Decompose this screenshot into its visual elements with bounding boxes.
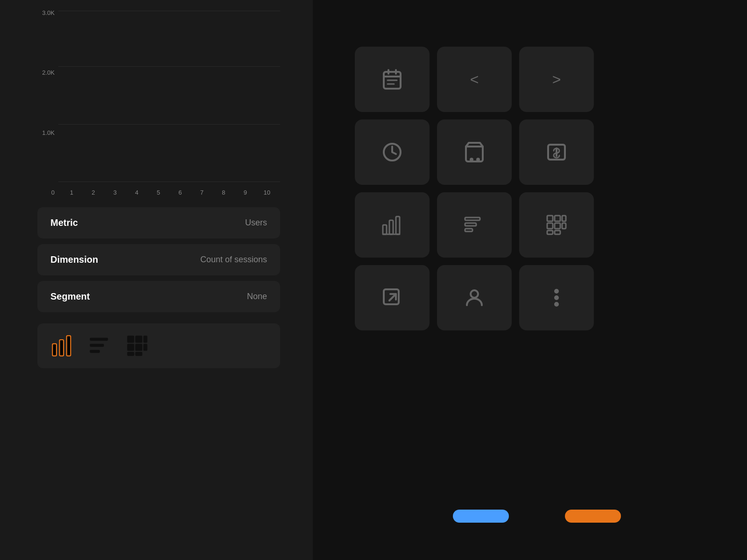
svg-rect-26	[383, 225, 387, 234]
grid-button[interactable]	[519, 192, 594, 258]
svg-rect-38	[562, 223, 566, 229]
external-link-button[interactable]	[355, 265, 430, 330]
x-label-10: 10	[256, 189, 278, 196]
chart-area: 0 1.0K 2.0K 3.0K 12345678910	[37, 9, 280, 196]
more-button[interactable]	[519, 265, 594, 330]
svg-rect-31	[465, 223, 476, 226]
x-axis: 12345678910	[58, 189, 280, 196]
left-panel: 0 1.0K 2.0K 3.0K 12345678910	[0, 0, 313, 560]
svg-rect-9	[127, 344, 134, 351]
dimension-value: Count of sessions	[200, 255, 267, 265]
svg-point-22	[471, 159, 472, 161]
dimension-card[interactable]: Dimension Count of sessions	[37, 244, 280, 275]
svg-rect-32	[465, 229, 472, 231]
metric-card[interactable]: Metric Users	[37, 207, 280, 238]
svg-rect-10	[135, 344, 142, 351]
svg-rect-36	[547, 223, 553, 229]
bar-chart-toggle[interactable]	[50, 334, 75, 358]
x-label-4: 4	[126, 189, 148, 196]
svg-rect-0	[52, 344, 56, 356]
svg-rect-37	[555, 223, 560, 229]
svg-rect-13	[135, 352, 142, 356]
grid-toggle[interactable]	[125, 334, 149, 358]
svg-point-46	[555, 303, 558, 306]
svg-rect-3	[90, 338, 108, 341]
svg-rect-5	[90, 350, 100, 353]
x-label-5: 5	[148, 189, 169, 196]
svg-point-23	[477, 159, 479, 161]
bar-chart-button[interactable]	[355, 192, 430, 258]
y-label-1k: 1.0K	[37, 129, 58, 136]
svg-point-45	[555, 296, 558, 299]
svg-rect-35	[562, 216, 566, 221]
forward-button[interactable]: >	[519, 47, 594, 112]
svg-point-44	[555, 290, 558, 293]
list-chart-toggle[interactable]	[88, 334, 112, 358]
svg-rect-6	[127, 336, 134, 343]
svg-rect-34	[555, 216, 560, 221]
segment-card[interactable]: Segment None	[37, 281, 280, 312]
blue-swatch[interactable]	[453, 510, 509, 523]
list-chart-button[interactable]	[437, 192, 512, 258]
view-toggle-card	[37, 323, 280, 368]
chart-inner	[58, 9, 280, 182]
y-label-0: 0	[37, 189, 58, 196]
x-label-2: 2	[83, 189, 104, 196]
dimension-label: Dimension	[50, 254, 98, 265]
svg-rect-2	[67, 336, 71, 356]
svg-point-43	[471, 290, 478, 298]
metric-value: Users	[245, 218, 267, 228]
right-panel: < >	[327, 47, 747, 330]
y-label-3k: 3.0K	[37, 9, 58, 16]
svg-rect-28	[396, 217, 400, 234]
chevron-left-icon: <	[470, 71, 479, 88]
svg-rect-39	[547, 231, 553, 234]
svg-rect-40	[555, 231, 560, 234]
svg-line-42	[389, 294, 396, 301]
x-label-7: 7	[191, 189, 212, 196]
back-button[interactable]: <	[437, 47, 512, 112]
svg-rect-30	[465, 217, 480, 220]
bottom-swatches	[327, 510, 747, 523]
svg-rect-12	[127, 352, 134, 356]
x-label-1: 1	[61, 189, 82, 196]
svg-rect-4	[90, 344, 104, 347]
x-label-8: 8	[213, 189, 234, 196]
x-label-6: 6	[169, 189, 191, 196]
metric-label: Metric	[50, 217, 78, 228]
chart-container: 0 1.0K 2.0K 3.0K 12345678910	[37, 9, 280, 196]
segment-label: Segment	[50, 291, 90, 302]
info-cards: Metric Users Dimension Count of sessions…	[37, 207, 280, 368]
orange-swatch[interactable]	[565, 510, 621, 523]
dollar-button[interactable]	[519, 119, 594, 185]
y-axis: 0 1.0K 2.0K 3.0K	[37, 9, 58, 196]
svg-rect-11	[143, 344, 148, 351]
svg-rect-8	[143, 336, 148, 343]
svg-rect-27	[389, 220, 393, 234]
svg-rect-33	[547, 216, 553, 221]
clock-button[interactable]	[355, 119, 430, 185]
bars-container	[58, 9, 280, 182]
x-label-9: 9	[234, 189, 256, 196]
chevron-right-icon: >	[552, 71, 561, 88]
svg-rect-1	[60, 340, 64, 356]
segment-value: None	[247, 292, 267, 301]
svg-rect-7	[135, 336, 142, 343]
x-label-3: 3	[104, 189, 126, 196]
y-label-2k: 2.0K	[37, 69, 58, 76]
cart-button[interactable]	[437, 119, 512, 185]
person-button[interactable]	[437, 265, 512, 330]
calendar-button[interactable]	[355, 47, 430, 112]
